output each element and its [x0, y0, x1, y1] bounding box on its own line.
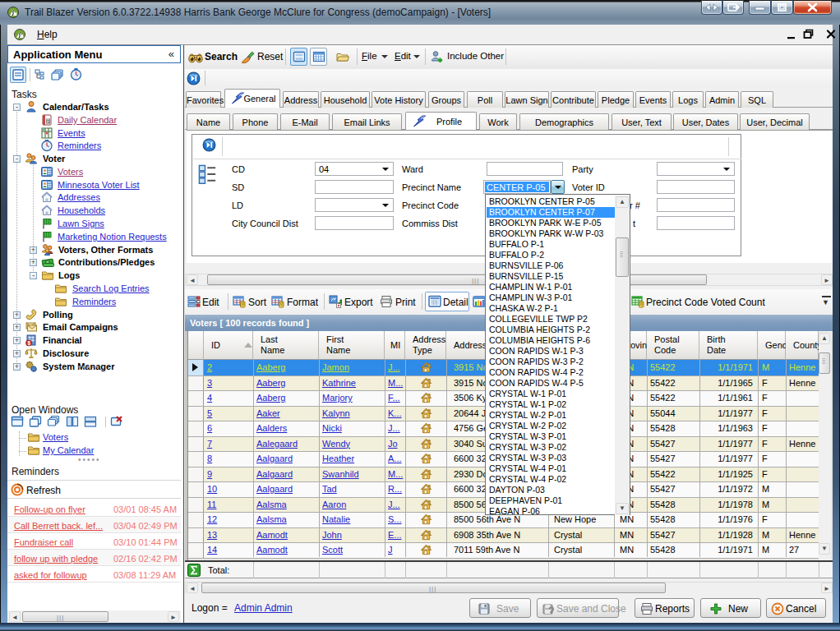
svg-text:5: 5: [47, 119, 49, 124]
svg-text:$: $: [27, 340, 30, 347]
